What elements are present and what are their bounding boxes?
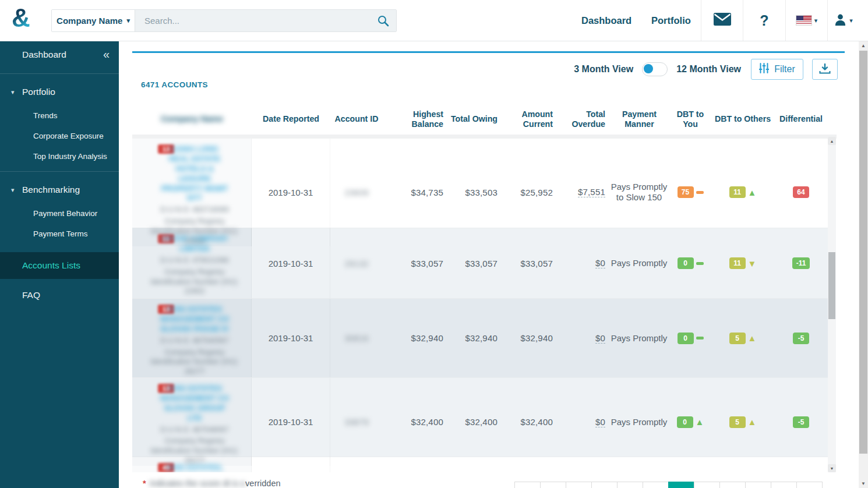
differential-cell bbox=[775, 457, 827, 472]
col-header-company-name[interactable]: Company Name bbox=[132, 114, 252, 123]
language-selector[interactable]: ▾ bbox=[785, 0, 828, 41]
table-row[interactable]: 13 KING ESTATES MANAGEMENT CO SLOVAK PHA… bbox=[132, 299, 828, 378]
page-button[interactable] bbox=[745, 482, 771, 488]
nav-portfolio[interactable]: Portfolio bbox=[651, 0, 691, 41]
toggle-knob bbox=[644, 64, 653, 73]
dbt-to-others-cell: 5 bbox=[711, 378, 775, 466]
trend-icon bbox=[748, 417, 757, 427]
trend-icon bbox=[696, 417, 704, 427]
download-icon bbox=[819, 63, 831, 76]
table-scrollbar[interactable]: ▲ ▼ bbox=[828, 137, 836, 472]
page-button[interactable] bbox=[694, 482, 720, 488]
trend-icon bbox=[748, 188, 757, 197]
page-scroll-up-arrow[interactable]: ▲ bbox=[859, 41, 868, 50]
search-type-dropdown[interactable]: Company Name ▾ bbox=[52, 10, 135, 31]
three-month-view-label[interactable]: 3 Month View bbox=[574, 64, 633, 75]
table-row[interactable]: 11 GROVE COMPANY LIMITED D-U-N-S: 479021… bbox=[132, 228, 828, 299]
page-button[interactable] bbox=[719, 482, 746, 488]
view-toggle-switch[interactable] bbox=[642, 62, 668, 76]
company-name-link[interactable]: KING ESTATES, bbox=[166, 463, 223, 472]
col-header-total-overdue[interactable]: Total Overdue bbox=[556, 109, 609, 129]
scroll-up-arrow[interactable]: ▲ bbox=[828, 137, 836, 145]
table-row[interactable]: 13 DANIA LONG REAL ESTATE HOTELS & LEISU… bbox=[132, 139, 828, 228]
sidebar-item-trends[interactable]: Trends bbox=[0, 105, 119, 126]
dbt-to-others-cell bbox=[711, 457, 775, 472]
col-header-total-owing[interactable]: Total Owing bbox=[447, 114, 501, 123]
page-button[interactable] bbox=[540, 482, 566, 488]
table-row[interactable]: 49 KING ESTATES, bbox=[132, 457, 828, 472]
page-button[interactable] bbox=[617, 482, 643, 488]
page-scrollbar[interactable]: ▲ ▼ bbox=[859, 41, 868, 488]
total-overdue-link[interactable]: $0 bbox=[595, 417, 605, 427]
page-button[interactable] bbox=[643, 482, 669, 488]
page-button[interactable] bbox=[566, 482, 592, 488]
brand-logo-icon[interactable]: & bbox=[12, 3, 30, 33]
company-name-link[interactable]: KING ESTATES MANAGEMENT CO SLOVAK GROUP … bbox=[160, 384, 229, 423]
total-owing-value: $32,940 bbox=[447, 299, 501, 377]
col-header-payment-manner[interactable]: Payment Manner bbox=[609, 109, 670, 129]
sidebar-item-faq[interactable]: FAQ bbox=[0, 281, 119, 309]
sidebar-item-benchmarking[interactable]: ▾ Benchmarking bbox=[0, 176, 119, 203]
differential-cell: -5 bbox=[775, 378, 827, 466]
col-header-differential[interactable]: Differential bbox=[775, 114, 827, 123]
total-owing-value: $33,057 bbox=[447, 228, 501, 298]
accounts-list-card: 3 Month View 12 Month View Filter bbox=[132, 51, 845, 472]
messages-button[interactable] bbox=[701, 0, 743, 41]
page-button[interactable] bbox=[514, 482, 541, 488]
total-overdue-link[interactable]: $0 bbox=[595, 333, 605, 344]
col-header-highest-balance[interactable]: Highest Balance bbox=[383, 109, 447, 129]
nav-dashboard[interactable]: Dashboard bbox=[581, 0, 631, 41]
payment-manner-value bbox=[609, 457, 669, 472]
user-menu[interactable]: ▾ bbox=[827, 0, 859, 41]
page-scroll-down-arrow[interactable]: ▼ bbox=[859, 479, 868, 488]
page-button[interactable] bbox=[771, 482, 797, 488]
company-name-link[interactable]: GROVE COMPANY LIMITED bbox=[160, 234, 229, 254]
highest-balance-value: $32,400 bbox=[383, 378, 447, 466]
col-header-amount-current[interactable]: Amount Current bbox=[501, 109, 556, 129]
app-root: & Company Name ▾ Dashboard Portfolio bbox=[0, 0, 868, 488]
sidebar-item-corporate-exposure[interactable]: Corporate Exposure bbox=[0, 126, 119, 146]
page-scrollbar-thumb[interactable] bbox=[859, 51, 867, 454]
page-button[interactable] bbox=[668, 482, 694, 488]
trend-icon bbox=[696, 337, 704, 340]
date-reported-value: 2019-10-31 bbox=[252, 299, 330, 377]
company-name-link[interactable]: DANIA LONG REAL ESTATE HOTELS & LEISURE … bbox=[160, 144, 229, 203]
page-button[interactable] bbox=[591, 482, 618, 488]
table-footnote: *Indicates the score dt is overridden bbox=[143, 479, 281, 488]
download-button[interactable] bbox=[812, 59, 838, 80]
table-row[interactable]: 13 KING ESTATES MANAGEMENT CO SLOVAK GRO… bbox=[132, 378, 828, 457]
amount-current-value: $32,940 bbox=[501, 299, 556, 377]
company-name-link[interactable]: KING ESTATES MANAGEMENT CO SLOVAK PHASE … bbox=[160, 305, 229, 334]
search-field-wrap bbox=[135, 10, 396, 31]
sidebar-item-payment-terms[interactable]: Payment Terms bbox=[0, 224, 119, 244]
divider bbox=[0, 171, 119, 172]
company-registry-id: Company Registry Identification Number (… bbox=[145, 348, 244, 377]
sidebar-item-dashboard[interactable]: Dashboard « bbox=[0, 41, 119, 69]
total-overdue-link[interactable]: $7,551 bbox=[578, 187, 605, 197]
col-header-account-id[interactable]: Account ID bbox=[330, 114, 383, 123]
chevron-down-icon: ▾ bbox=[11, 186, 15, 194]
col-header-dbt-to-others[interactable]: DBT to Others bbox=[711, 114, 775, 123]
scroll-down-arrow[interactable]: ▼ bbox=[828, 464, 836, 472]
sidebar-item-payment-behavior[interactable]: Payment Behavior bbox=[0, 203, 119, 224]
total-overdue-link[interactable]: $0 bbox=[595, 258, 605, 268]
search-input[interactable] bbox=[143, 15, 373, 26]
main-content: 3 Month View 12 Month View Filter bbox=[119, 41, 859, 488]
sidebar-item-accounts-lists[interactable]: Accounts Lists bbox=[0, 252, 119, 279]
dbt-to-others-badge: 11 bbox=[729, 186, 746, 198]
col-header-dbt-to-you[interactable]: DBT to You bbox=[670, 109, 711, 129]
filter-button-label: Filter bbox=[774, 64, 795, 75]
twelve-month-view-label[interactable]: 12 Month View bbox=[676, 64, 741, 75]
col-header-date-reported[interactable]: Date Reported bbox=[252, 114, 330, 123]
sidebar-item-top-industry-analysis[interactable]: Top Industry Analysis bbox=[0, 146, 119, 167]
filter-button[interactable]: Filter bbox=[751, 59, 803, 80]
page-button[interactable] bbox=[796, 482, 823, 488]
trend-icon bbox=[748, 333, 757, 343]
table-scrollbar-thumb[interactable] bbox=[828, 252, 835, 319]
search-icon[interactable] bbox=[377, 15, 389, 29]
search-bar: Company Name ▾ bbox=[51, 9, 397, 32]
help-button[interactable]: ? bbox=[743, 0, 785, 41]
sidebar-item-portfolio[interactable]: ▾ Portfolio bbox=[0, 79, 119, 105]
collapse-sidebar-icon[interactable]: « bbox=[103, 48, 110, 61]
top-header-bar: & Company Name ▾ Dashboard Portfolio bbox=[0, 0, 868, 41]
